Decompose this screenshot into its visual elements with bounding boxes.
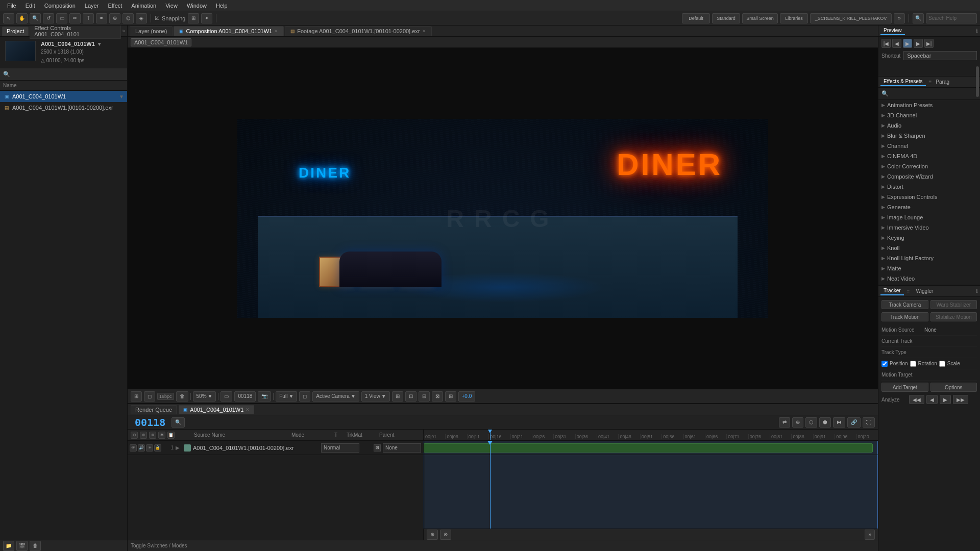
effects-scrollbar[interactable] [976,66,979,97]
camera-select-btn[interactable]: Active Camera ▼ [312,391,359,402]
search-timeline-btn[interactable]: 🔍 [172,417,185,428]
analyze-fwdfwd-btn[interactable]: ▶▶ [953,395,968,404]
viewer-grid-btn[interactable]: ⊞ [131,391,142,402]
project-item-comp[interactable]: ▣ A001_C004_0101W1 ▼ [0,91,127,102]
effect-color-correction[interactable]: ▶ Color Correction [878,161,980,171]
tool-shape1[interactable]: ▭ [56,13,67,23]
effect-noise-grain[interactable]: ▶ Noise & Grain [878,284,980,285]
tl-footer-expand[interactable]: » [865,530,875,540]
layer-video-btn[interactable]: 👁 [130,444,137,452]
tool-zoom[interactable]: 🔍 [30,13,41,23]
tab-parag[interactable]: Parag [933,78,952,86]
workspace-libraries[interactable]: Libraries [780,13,808,23]
tab-footage[interactable]: ▤ Footage A001_C004_0101W1.[00101-00200]… [285,26,431,36]
position-checkbox[interactable] [881,361,888,367]
menu-help[interactable]: Help [212,2,232,10]
track-motion-btn[interactable]: Track Motion [881,312,928,321]
effect-3d-channel[interactable]: ▶ 3D Channel [878,110,980,120]
workspace-default[interactable]: Default [682,13,710,23]
effect-expression-controls[interactable]: ▶ Expression Controls [878,192,980,202]
menu-layer[interactable]: Layer [81,2,103,10]
snapping-options[interactable]: ⊞ [188,13,199,23]
tool-select[interactable]: ↖ [3,13,14,23]
viewer-timecode-btn[interactable]: 00118 [234,391,256,402]
stabilize-motion-btn[interactable]: Stabilize Motion [930,312,977,321]
effect-neat-video[interactable]: ▶ Neat Video [878,273,980,284]
tool-shape2[interactable]: ✏ [69,13,81,23]
tool-extra1[interactable]: ✦ [201,13,212,23]
layer-row[interactable]: 👁 🔊 ☀ 🔒 1 ▶ A001_C004_0101W1.[00101-0020… [128,441,423,455]
tab-render-queue[interactable]: Render Queue [131,405,177,414]
timeline-tab-close[interactable]: ✕ [246,407,250,412]
viewer-multi5[interactable]: ⊞ [445,391,456,402]
comp-item-expand[interactable]: ▼ [119,94,124,99]
scale-checkbox[interactable] [939,361,945,367]
workspace-custom[interactable]: _SCREENS_KIRILL_PLESHAKOV [810,13,892,23]
effect-generate[interactable]: ▶ Generate [878,202,980,212]
rotate-checkbox[interactable] [910,361,916,367]
project-item-footage[interactable]: ▤ A001_C004_0101W1.[00101-00200].exr [0,102,127,113]
tracker-info-icon[interactable]: ℹ [976,288,978,294]
timeline-btn5[interactable]: ⧓ [833,417,845,428]
viewer-mask-btn[interactable]: ◻ [144,391,155,402]
tab-project[interactable]: Project [2,27,29,36]
effect-keying[interactable]: ▶ Keying [878,233,980,243]
timeline-btn6[interactable]: 🔗 [847,417,861,428]
viewer-multi2[interactable]: ⊡ [405,391,416,402]
tool-pen[interactable]: ✒ [96,13,107,23]
layer-trkmat-icon[interactable]: ⊡ [374,444,381,452]
layer-header-btn1[interactable]: ⊙ [131,432,138,439]
shortcut-value[interactable]: Spacebar [903,51,977,60]
effect-knoll[interactable]: ▶ Knoll [878,243,980,253]
effect-animation-presets[interactable]: ▶ Animation Presets [878,100,980,110]
layer-expand-btn[interactable]: ▶ [176,445,182,450]
prev-first-btn[interactable]: |◀ [881,39,891,48]
tab-preview[interactable]: Preview [880,27,905,35]
viewer-camera-btn[interactable]: 📷 [258,391,271,402]
viewer-plus-btn[interactable]: +0.0 [458,391,476,402]
menu-file[interactable]: File [3,2,20,10]
layer-header-btn2[interactable]: ⊕ [140,432,147,439]
delete-btn[interactable]: 🗑 [30,541,41,551]
snapping-checkbox[interactable]: ☑ [155,15,160,21]
tl-footer-btn2[interactable]: ⊗ [440,530,451,540]
tool-puppet[interactable]: ◈ [136,13,147,23]
menu-animation[interactable]: Animation [127,2,160,10]
new-comp-btn[interactable]: 🎬 [16,541,28,551]
timeline-btn2[interactable]: ⊕ [792,417,803,428]
resolution-btn[interactable]: Full ▼ [276,391,297,402]
prev-fwd-btn[interactable]: ▶ [914,39,923,48]
track-camera-btn[interactable]: Track Camera [881,300,928,309]
search-btn[interactable]: 🔍 [913,13,924,23]
analyze-fwd-btn[interactable]: ▶ [940,395,951,404]
panel-expand-arrow[interactable]: » [122,28,125,34]
project-search-input[interactable] [12,71,124,78]
timeline-btn7[interactable]: ⛶ [863,417,875,428]
analyze-prev-btn[interactable]: ◀ [926,395,938,404]
prev-play-btn[interactable]: ▶ [903,39,912,48]
effect-knoll-light-factory[interactable]: ▶ Knoll Light Factory [878,253,980,263]
tab-composition[interactable]: ▣ Composition A001_C004_0101W1 ✕ [174,26,284,36]
tool-rotate[interactable]: ↺ [43,13,54,23]
effect-audio[interactable]: ▶ Audio [878,120,980,131]
menu-window[interactable]: Window [183,2,211,10]
add-target-btn[interactable]: Add Target [881,383,928,392]
tool-hand[interactable]: ✋ [16,13,28,23]
prev-back-btn[interactable]: ◀ [892,39,901,48]
tool-brush[interactable]: ⌬ [122,13,134,23]
effect-image-lounge[interactable]: ▶ Image Lounge [878,212,980,222]
menu-view[interactable]: View [161,2,182,10]
viewer-region-btn[interactable]: ▭ [220,391,232,402]
layer-mode-select[interactable]: Normal [321,443,359,453]
workspace-standard[interactable]: Standard [712,13,740,23]
preview-info-icon[interactable]: ℹ [976,28,978,34]
effects-search-input[interactable] [891,91,977,97]
layer-header-btn4[interactable]: ✱ [158,432,165,439]
zoom-btn[interactable]: 50% ▼ [193,391,216,402]
breadcrumb[interactable]: A001_C004_0101W1 [131,38,191,46]
playhead[interactable] [490,441,491,529]
search-help[interactable]: Search Help [926,13,977,23]
tl-footer-btn1[interactable]: ⊕ [427,530,438,540]
tool-text[interactable]: T [83,13,94,23]
timeline-btn3[interactable]: ⬡ [805,417,817,428]
